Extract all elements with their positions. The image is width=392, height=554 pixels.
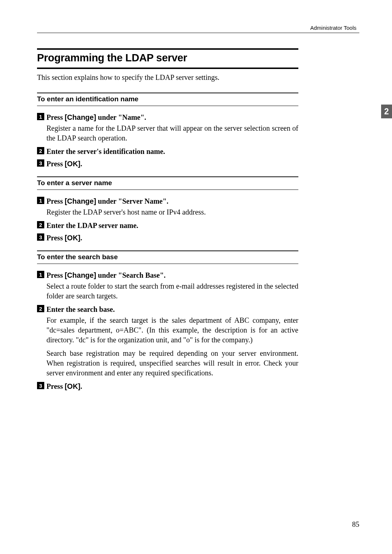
step-label: Press [OK]. (46, 382, 82, 391)
step-number-icon: 2 (37, 147, 44, 154)
step-number-icon: 3 (37, 233, 44, 241)
header-text: Administrator Tools (310, 25, 359, 31)
step-number-icon: 1 (37, 197, 44, 204)
step-head: 2Enter the search base. (37, 305, 298, 314)
step-prefix: Press (46, 160, 65, 168)
step-body: Select a route folder to start the searc… (46, 281, 298, 301)
step-head: 3Press [OK]. (37, 382, 298, 391)
intro-text: This section explains how to specify the… (37, 73, 298, 82)
step-body: For example, if the search target is the… (46, 315, 298, 345)
main-content: Programming the LDAP server This section… (37, 48, 298, 391)
step: 3Press [OK]. (37, 382, 298, 391)
step-button-ref: [OK] (65, 382, 80, 390)
subheading: To enter the search base (37, 253, 298, 261)
step-number-icon: 1 (37, 113, 44, 120)
step-suffix: under "Search Base". (96, 271, 166, 279)
step: 2Enter the server's identification name. (37, 147, 298, 156)
step-prefix: Press (46, 271, 65, 279)
subheading-block: To enter the search base (37, 250, 298, 264)
step-prefix: Press (46, 382, 65, 390)
step: 1Press [Change] under "Server Name".Regi… (37, 196, 298, 217)
title-block: Programming the LDAP server (37, 48, 298, 69)
step: 3Press [OK]. (37, 233, 298, 243)
step-label: Press [Change] under "Name". (46, 113, 146, 122)
step-suffix: under "Server Name". (96, 197, 168, 205)
step-number-icon: 2 (37, 221, 44, 228)
step-head: 1Press [Change] under "Search Base". (37, 270, 298, 280)
section: To enter a server name1Press [Change] un… (37, 176, 298, 243)
step-head: 1Press [Change] under "Server Name". (37, 196, 298, 206)
step-suffix: . (81, 160, 82, 168)
step-prefix: Press (46, 113, 65, 121)
step: 3Press [OK]. (37, 159, 298, 168)
step-head: 3Press [OK]. (37, 159, 298, 168)
step-number-icon: 1 (37, 271, 44, 278)
step-number-icon: 3 (37, 382, 44, 389)
step-number-icon: 3 (37, 159, 44, 167)
step-label: Enter the LDAP server name. (46, 221, 138, 230)
step-button-ref: [Change] (65, 271, 96, 279)
step-button-ref: [OK] (65, 234, 80, 242)
step-body: Search base registration may be required… (46, 349, 298, 378)
step-number-icon: 2 (37, 305, 44, 312)
step-suffix: . (81, 234, 82, 242)
page-number: 85 (352, 520, 359, 529)
subheading-block: To enter an identification name (37, 93, 298, 106)
step-prefix: Press (46, 197, 65, 205)
step-suffix: under "Name". (96, 113, 146, 121)
step-head: 1Press [Change] under "Name". (37, 113, 298, 122)
step-label: Enter the server's identification name. (46, 147, 165, 156)
step-label: Press [OK]. (46, 233, 82, 243)
step: 1Press [Change] under "Name".Register a … (37, 113, 298, 143)
step-button-ref: [Change] (65, 113, 96, 121)
subheading: To enter a server name (37, 179, 298, 187)
header-bar: Administrator Tools (37, 25, 359, 33)
chapter-tab: 2 (381, 105, 392, 118)
step: 2Enter the search base.For example, if t… (37, 305, 298, 378)
step-button-ref: [Change] (65, 197, 96, 205)
step-label: Press [Change] under "Server Name". (46, 196, 168, 206)
subheading: To enter an identification name (37, 95, 298, 103)
step-body: Register a name for the LDAP server that… (46, 123, 298, 143)
page-title: Programming the LDAP server (37, 52, 298, 64)
step-head: 2Enter the server's identification name. (37, 147, 298, 156)
section: To enter the search base1Press [Change] … (37, 250, 298, 391)
step: 1Press [Change] under "Search Base".Sele… (37, 270, 298, 301)
step-body: Register the LDAP server's host name or … (46, 207, 298, 217)
step-prefix: Press (46, 234, 65, 242)
step-head: 3Press [OK]. (37, 233, 298, 243)
step: 2Enter the LDAP server name. (37, 221, 298, 230)
step-label: Press [OK]. (46, 159, 82, 168)
step-label: Enter the search base. (46, 305, 115, 314)
step-label: Press [Change] under "Search Base". (46, 270, 166, 280)
step-suffix: . (81, 382, 82, 390)
step-button-ref: [OK] (65, 160, 80, 168)
section: To enter an identification name1Press [C… (37, 93, 298, 168)
step-head: 2Enter the LDAP server name. (37, 221, 298, 230)
subheading-block: To enter a server name (37, 176, 298, 190)
